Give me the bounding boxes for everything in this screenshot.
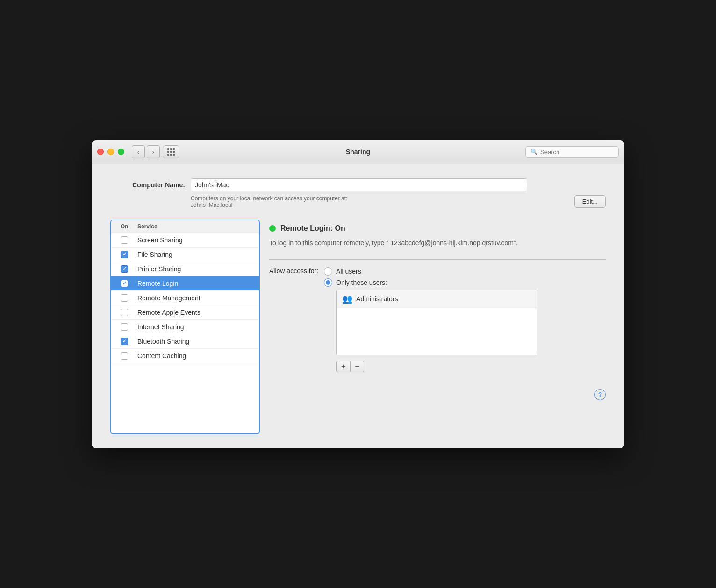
service-row-content-caching[interactable]: Content Caching: [111, 349, 259, 363]
printer-sharing-checkmark: ✓: [122, 266, 127, 272]
printer-sharing-checkbox-cell: ✓: [111, 265, 137, 273]
status-label: Remote Login: On: [280, 224, 345, 233]
remote-apple-events-checkbox[interactable]: [121, 309, 128, 316]
service-row-screen-sharing[interactable]: Screen Sharing: [111, 233, 259, 248]
users-list-body: [337, 308, 537, 355]
nav-buttons: ‹ ›: [132, 145, 160, 158]
all-users-label: All users: [336, 268, 361, 275]
computer-name-row: Computer Name:: [110, 178, 606, 191]
services-header: On Service: [111, 220, 259, 233]
main-panel: On Service Screen Sharing ✓: [110, 220, 606, 434]
access-label: Allow access for:: [269, 267, 318, 275]
bluetooth-sharing-checkbox[interactable]: ✓: [121, 338, 128, 345]
add-user-button[interactable]: +: [336, 361, 350, 372]
access-section: Allow access for: All users Only these u: [269, 267, 606, 372]
bottom-row: ?: [269, 372, 606, 402]
internet-sharing-checkbox-cell: [111, 323, 137, 331]
bluetooth-sharing-checkmark: ✓: [122, 338, 127, 344]
search-input[interactable]: [540, 149, 614, 156]
search-bar[interactable]: 🔍: [525, 146, 619, 158]
remote-management-checkbox[interactable]: [121, 294, 128, 302]
divider: [269, 259, 606, 260]
computer-name-label: Computer Name:: [110, 181, 185, 189]
edit-button[interactable]: Edit...: [574, 195, 606, 208]
remote-management-label: Remote Management: [137, 294, 200, 302]
administrators-label: Administrators: [356, 295, 398, 303]
all-users-radio[interactable]: [324, 267, 332, 276]
close-button[interactable]: [97, 149, 104, 155]
network-info-row: Computers on your local network can acce…: [191, 195, 606, 208]
status-dot: [269, 225, 276, 232]
only-users-label: Only these users:: [336, 279, 387, 286]
service-row-remote-login[interactable]: ✓ Remote Login: [111, 276, 259, 291]
grid-menu-button[interactable]: [163, 145, 179, 158]
all-users-option[interactable]: All users: [324, 267, 537, 276]
remote-login-checkbox[interactable]: ✓: [121, 280, 128, 287]
maximize-button[interactable]: [118, 149, 124, 155]
network-info-text: Computers on your local network can acce…: [191, 195, 565, 208]
only-users-radio[interactable]: [324, 278, 332, 287]
titlebar: ‹ › Sharing 🔍: [92, 140, 624, 164]
users-list: 👥 Administrators: [336, 290, 537, 355]
internet-sharing-label: Internet Sharing: [137, 323, 184, 331]
main-window: ‹ › Sharing 🔍 Computer Name: Computers o…: [92, 140, 624, 448]
content-caching-checkbox[interactable]: [121, 352, 128, 360]
search-icon: 🔍: [530, 149, 537, 155]
status-description: To log in to this computer remotely, typ…: [269, 238, 606, 248]
remote-apple-events-label: Remote Apple Events: [137, 309, 200, 316]
services-list: On Service Screen Sharing ✓: [110, 220, 260, 434]
radio-group: All users Only these users:: [324, 267, 537, 372]
service-row-internet-sharing[interactable]: Internet Sharing: [111, 320, 259, 334]
file-sharing-checkmark: ✓: [122, 251, 127, 257]
grid-icon: [167, 148, 175, 156]
remove-user-button[interactable]: −: [350, 361, 364, 372]
right-panel: Remote Login: On To log in to this compu…: [269, 220, 606, 434]
access-inner: Allow access for: All users Only these u: [269, 267, 606, 372]
administrators-icon: 👥: [342, 294, 352, 304]
bluetooth-sharing-label: Bluetooth Sharing: [137, 338, 189, 345]
service-row-remote-apple-events[interactable]: Remote Apple Events: [111, 305, 259, 320]
traffic-lights: [97, 149, 124, 155]
only-users-option[interactable]: Only these users:: [324, 278, 537, 287]
file-sharing-label: File Sharing: [137, 251, 172, 258]
screen-sharing-checkbox[interactable]: [121, 236, 128, 244]
remote-management-checkbox-cell: [111, 294, 137, 302]
users-controls: + −: [336, 361, 537, 372]
remote-apple-events-checkbox-cell: [111, 309, 137, 316]
file-sharing-checkbox[interactable]: ✓: [121, 251, 128, 258]
back-button[interactable]: ‹: [132, 145, 145, 158]
file-sharing-checkbox-cell: ✓: [111, 251, 137, 258]
users-list-header: 👥 Administrators: [337, 290, 537, 308]
content-caching-checkbox-cell: [111, 352, 137, 360]
radio-inner-dot: [326, 280, 330, 285]
remote-login-checkbox-cell: ✓: [111, 280, 137, 287]
computer-name-input[interactable]: [191, 178, 527, 191]
content-area: Computer Name: Computers on your local n…: [92, 164, 624, 448]
printer-sharing-checkbox[interactable]: ✓: [121, 265, 128, 273]
remote-login-label: Remote Login: [137, 280, 178, 287]
screen-sharing-label: Screen Sharing: [137, 236, 183, 244]
service-row-printer-sharing[interactable]: ✓ Printer Sharing: [111, 262, 259, 276]
forward-button[interactable]: ›: [147, 145, 160, 158]
help-button[interactable]: ?: [594, 389, 606, 400]
service-row-bluetooth-sharing[interactable]: ✓ Bluetooth Sharing: [111, 334, 259, 349]
bluetooth-sharing-checkbox-cell: ✓: [111, 338, 137, 345]
content-caching-label: Content Caching: [137, 352, 186, 360]
services-header-service: Service: [137, 223, 158, 230]
minimize-button[interactable]: [107, 149, 114, 155]
printer-sharing-label: Printer Sharing: [137, 265, 181, 273]
screen-sharing-checkbox-cell: [111, 236, 137, 244]
window-title: Sharing: [346, 148, 370, 156]
service-row-file-sharing[interactable]: ✓ File Sharing: [111, 248, 259, 262]
status-row: Remote Login: On: [269, 224, 606, 233]
service-row-remote-management[interactable]: Remote Management: [111, 291, 259, 305]
services-header-on: On: [111, 223, 137, 230]
remote-login-checkmark: ✓: [122, 280, 127, 286]
internet-sharing-checkbox[interactable]: [121, 323, 128, 331]
